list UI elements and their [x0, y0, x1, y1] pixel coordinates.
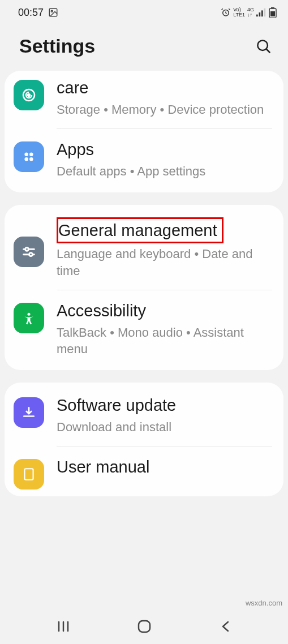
svg-rect-28 — [139, 621, 150, 632]
svg-rect-6 — [264, 8, 266, 16]
svg-point-15 — [29, 152, 33, 156]
settings-item-user-manual[interactable]: User manual — [5, 446, 283, 494]
highlight-box: General management — [57, 217, 223, 243]
search-icon[interactable] — [255, 38, 272, 55]
svg-point-13 — [28, 94, 30, 96]
svg-point-21 — [29, 253, 33, 256]
settings-group: Software update Download and install Use… — [5, 383, 283, 496]
svg-point-1 — [51, 10, 53, 12]
battery-icon — [269, 7, 277, 18]
navigation-bar — [0, 609, 288, 644]
settings-item-accessibility[interactable]: Accessibility TalkBack • Mono audio • As… — [5, 290, 283, 368]
svg-rect-24 — [24, 469, 33, 480]
status-bar: 00:57 Vo)LTE1 4G↓↑ — [0, 0, 288, 25]
item-title: General management — [58, 220, 217, 241]
svg-point-14 — [24, 152, 28, 156]
item-title: Accessibility — [57, 300, 272, 321]
status-time: 00:57 — [18, 7, 44, 19]
status-volte: Vo)LTE1 — [233, 7, 245, 18]
alarm-icon — [221, 7, 231, 18]
device-care-icon — [14, 80, 44, 110]
user-manual-icon — [14, 459, 44, 490]
status-right: Vo)LTE1 4G↓↑ — [221, 7, 277, 18]
item-text: Apps Default apps • App settings — [57, 139, 272, 180]
svg-point-10 — [257, 40, 268, 50]
item-title: User manual — [57, 457, 272, 477]
item-subtitle: Default apps • App settings — [57, 163, 272, 180]
svg-rect-5 — [261, 10, 263, 16]
svg-point-17 — [29, 157, 33, 161]
item-text: care Storage • Memory • Device protectio… — [57, 78, 272, 118]
status-net: 4G↓↑ — [247, 7, 254, 18]
recents-button[interactable] — [55, 619, 71, 634]
settings-item-apps[interactable]: Apps Default apps • App settings — [5, 129, 283, 190]
svg-rect-4 — [259, 12, 261, 16]
svg-point-23 — [28, 312, 31, 315]
settings-item-general-management[interactable]: General management Language and keyboard… — [5, 207, 283, 290]
software-update-icon — [14, 397, 44, 428]
settings-item-software-update[interactable]: Software update Download and install — [5, 385, 283, 446]
item-subtitle: Download and install — [57, 419, 272, 436]
svg-point-19 — [25, 247, 29, 251]
settings-group: General management Language and keyboard… — [5, 205, 283, 370]
general-management-icon — [14, 237, 44, 267]
item-title: care — [57, 78, 272, 98]
settings-item-device-care[interactable]: care Storage • Memory • Device protectio… — [5, 73, 283, 128]
apps-icon — [14, 141, 44, 172]
page-title: Settings — [19, 35, 95, 57]
status-left: 00:57 — [18, 7, 58, 19]
svg-rect-3 — [256, 15, 258, 17]
item-subtitle: TalkBack • Mono audio • Assistant menu — [57, 324, 272, 358]
image-icon — [48, 7, 58, 18]
back-button[interactable] — [217, 619, 233, 634]
svg-rect-9 — [270, 11, 275, 16]
svg-point-16 — [24, 157, 28, 161]
accessibility-icon — [14, 303, 44, 333]
signal-icon — [256, 8, 266, 17]
home-button[interactable] — [136, 619, 152, 634]
settings-list: care Storage • Memory • Device protectio… — [0, 71, 288, 496]
header: Settings — [0, 25, 288, 71]
item-title: Software update — [57, 395, 272, 415]
item-text: Software update Download and install — [57, 395, 272, 436]
item-text: General management Language and keyboard… — [57, 217, 272, 280]
item-title: Apps — [57, 139, 272, 160]
item-subtitle: Storage • Memory • Device protection — [57, 101, 272, 118]
svg-line-11 — [266, 49, 270, 53]
item-subtitle: Language and keyboard • Date and time — [57, 246, 272, 279]
settings-group: care Storage • Memory • Device protectio… — [5, 71, 283, 192]
item-text: Accessibility TalkBack • Mono audio • As… — [57, 300, 272, 358]
item-text: User manual — [57, 457, 272, 480]
watermark: wsxdn.com — [246, 599, 282, 607]
